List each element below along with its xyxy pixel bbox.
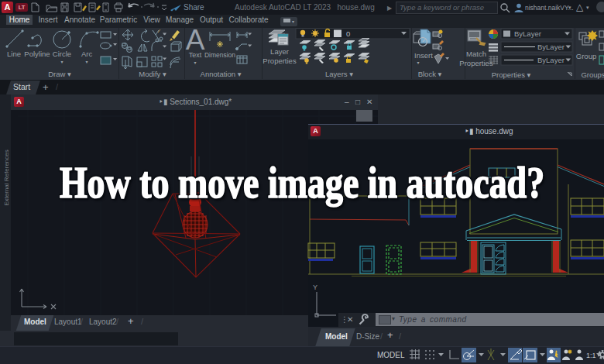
svg-text:Y: Y	[313, 283, 317, 291]
svg-text:ByLayer: ByLayer	[514, 29, 541, 38]
svg-text:ByLayer: ByLayer	[537, 43, 565, 51]
svg-text:A: A	[186, 24, 205, 56]
svg-text:0: 0	[346, 29, 350, 38]
svg-text:1:1: 1:1	[586, 352, 596, 359]
svg-text:ByLayer: ByLayer	[537, 56, 565, 64]
svg-text:MODEL: MODEL	[377, 351, 405, 359]
